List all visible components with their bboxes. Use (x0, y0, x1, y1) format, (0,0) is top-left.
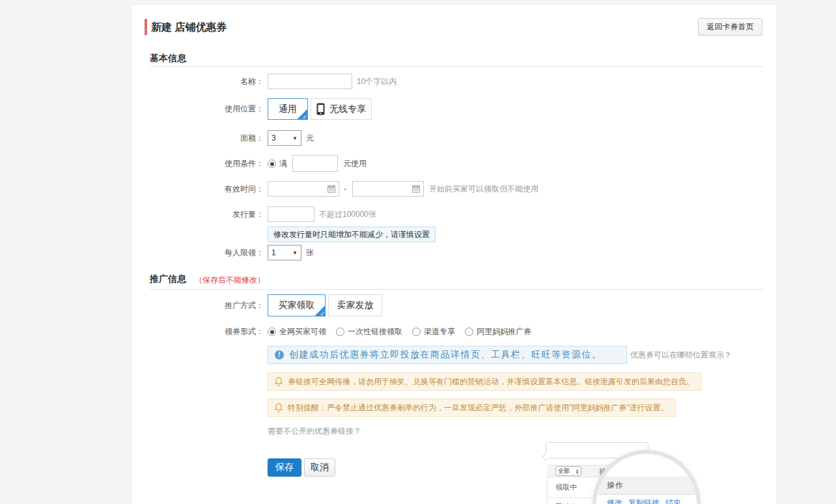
preview-filter-value: 全部 (558, 467, 570, 475)
per-person-limit-label: 每人限领： (132, 245, 264, 260)
placement-info-box: ! 创建成功后优惠券将立即投放在商品详情页、工具栏、旺旺等资源位。 (268, 346, 627, 364)
radio-label: 一次性链接领取 (348, 326, 402, 337)
valid-time-start-input[interactable] (268, 181, 339, 197)
section-divider (150, 66, 763, 67)
issue-quantity-label: 发行量： (132, 206, 264, 222)
page-background: 新建 店铺优惠券 返回卡券首页 基本信息 名称： 10个字以内 使用位置： 通用… (0, 0, 836, 504)
tab-label: 无线专享 (329, 104, 366, 115)
title-accent-bar (145, 19, 147, 35)
name-label: 名称： (132, 74, 264, 89)
radio-option-one-time-link[interactable]: 一次性链接领取 (336, 326, 402, 337)
page-title: 新建 店铺优惠券 (151, 19, 227, 35)
radio-option-alimama-coupon[interactable]: 阿里妈妈推广券 (465, 326, 531, 337)
denomination-select-value: 3 (272, 133, 276, 143)
per-person-limit-select[interactable]: 1 ▼ (268, 245, 301, 260)
section-divider (150, 289, 763, 290)
magnified-link-end: 结束 (665, 497, 681, 504)
tab-label: 卖家发放 (337, 300, 374, 311)
special-reminder-box: 特别提醒：严令禁止通过优惠券刷单的行为，一旦发现必定严惩，外部推广请使用"阿里妈… (268, 399, 676, 417)
denomination-unit: 元 (306, 130, 314, 146)
use-condition-label: 使用条件： (132, 155, 264, 172)
condition-suffix: 元使用 (343, 155, 367, 172)
section-title-basic-info: 基本信息 (150, 53, 186, 64)
section-title-promotion-info: 推广信息 (150, 273, 186, 285)
radio-label: 全网买家可领 (279, 326, 326, 337)
info-icon: ! (275, 350, 284, 359)
radio-option-all-buyers[interactable]: 全网买家可领 (268, 326, 326, 337)
promotion-method-label: 推广方式： (132, 294, 264, 316)
magnified-link-copy: 复制链接 (628, 497, 660, 504)
link-spread-warning-text: 券链接可全网传播，请勿用于抽奖、兑换等有门槛的营销活动，并谨慎设置基本信息。链接… (288, 376, 694, 387)
back-to-coupon-home-button[interactable]: 返回卡券首页 (698, 18, 762, 36)
cancel-button[interactable]: 取消 (304, 458, 335, 477)
calendar-icon (412, 185, 420, 193)
link-spread-warning-box: 券链接可全网传播，请勿用于抽奖、兑换等有门槛的营销活动，并谨慎设置基本信息。链接… (268, 372, 701, 391)
per-person-limit-unit: 张 (306, 245, 314, 260)
valid-time-end-input[interactable] (352, 181, 424, 197)
radio-option-channel-exclusive[interactable]: 渠道专享 (412, 326, 455, 337)
select-arrows-icon: ▲▼ (576, 469, 579, 474)
magnified-link-modify: 修改 (607, 497, 622, 504)
issue-quantity-notice: 修改发行量时只能增加不能减少，请谨慎设置 (268, 227, 436, 242)
magnified-column-header: 操作 (607, 477, 624, 494)
issue-quantity-input[interactable] (268, 206, 314, 222)
radio-label: 阿里妈妈推广券 (477, 326, 531, 337)
magnified-table-header: 操作 (596, 477, 697, 495)
magnified-action-links: 修改 复制链接 结束 (607, 497, 681, 504)
issue-quantity-hint: 不超过100000张 (319, 206, 376, 222)
tab-use-position-wireless[interactable]: 无线专享 (311, 98, 372, 120)
claim-form-options: 全网买家可领 一次性链接领取 渠道专享 阿里妈妈推广券 (268, 326, 531, 337)
condition-radio-full[interactable] (268, 160, 276, 168)
per-person-limit-value: 1 (272, 248, 276, 257)
bubble-notch (542, 453, 550, 461)
promotion-section-note: （保存后不能修改） (195, 275, 265, 286)
placement-info-text: 创建成功后优惠券将立即投放在商品详情页、工具栏、旺旺等资源位。 (289, 349, 602, 361)
valid-time-hint: 开始前买家可以领取但不能使用 (429, 181, 538, 197)
name-input[interactable] (268, 74, 352, 89)
caret-down-icon: ▼ (292, 135, 298, 141)
valid-time-label: 有效时间： (132, 181, 264, 197)
coupon-form-panel: 新建 店铺优惠券 返回卡券首页 基本信息 名称： 10个字以内 使用位置： 通用… (132, 4, 776, 504)
preview-row-claiming: 领取中 (555, 483, 577, 492)
name-hint: 10个字以内 (357, 74, 397, 89)
bell-icon (275, 377, 283, 387)
selected-corner-badge: ✓ (298, 109, 307, 119)
preview-filter-select: 全部 ▲▼ (555, 466, 581, 476)
denomination-label: 面额： (132, 130, 264, 146)
tab-method-seller-issue[interactable]: 卖家发放 (328, 294, 382, 316)
radio-icon (336, 328, 344, 336)
radio-icon (465, 328, 473, 336)
bell-icon (275, 403, 283, 413)
special-reminder-text: 特别提醒：严令禁止通过优惠券刷单的行为，一旦发现必定严惩，外部推广请使用"阿里妈… (288, 402, 669, 413)
save-button[interactable]: 保存 (268, 458, 301, 477)
tab-label: 买家领取 (279, 300, 315, 311)
use-position-label: 使用位置： (132, 98, 264, 120)
caret-down-icon: ▼ (292, 250, 298, 256)
tab-use-position-general[interactable]: 通用 ✓ (268, 98, 308, 120)
claim-form-label: 领券形式： (132, 326, 264, 337)
denomination-select[interactable]: 3 ▼ (268, 130, 301, 146)
condition-radio-label: 满 (279, 155, 287, 172)
check-icon: ✓ (320, 311, 325, 316)
check-icon: ✓ (302, 115, 307, 120)
mobile-icon (316, 103, 325, 115)
tab-method-buyer-claim[interactable]: 买家领取 ✓ (268, 294, 326, 316)
placement-info-link[interactable]: 优惠券可以在哪些位置展示？ (630, 346, 732, 364)
condition-amount-input[interactable] (292, 155, 338, 172)
radio-icon (412, 328, 421, 336)
valid-time-separator: - (341, 181, 350, 197)
private-link-question[interactable]: 需要不公开的优惠券链接？ (268, 426, 361, 436)
radio-icon (268, 328, 276, 336)
selected-corner-badge: ✓ (315, 306, 325, 316)
tab-label: 通用 (279, 104, 297, 115)
radio-label: 渠道专享 (424, 326, 455, 337)
calendar-icon (327, 185, 335, 193)
